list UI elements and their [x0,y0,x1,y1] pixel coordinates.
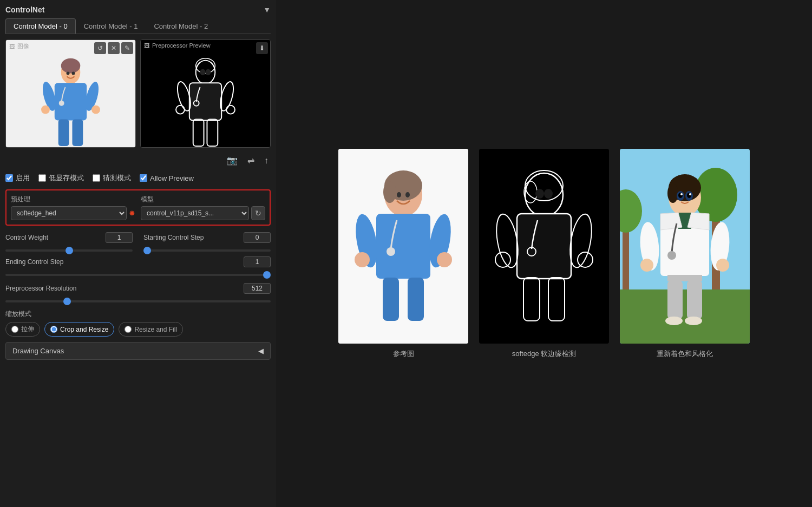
svg-point-17 [176,106,185,114]
enable-checkbox-item[interactable]: 启用 [5,173,30,183]
svg-point-22 [200,69,206,75]
model-refresh-btn[interactable]: ↻ [251,206,265,220]
svg-rect-19 [193,120,204,147]
right-panel: 参考图 [276,0,812,507]
guess-mode-checkbox-item[interactable]: 猜测模式 [93,173,131,183]
enable-label: 启用 [16,173,30,183]
svg-rect-7 [58,120,69,147]
model-section: 预处理 softedge_hed ✸ 模型 control_v11p_sd15_… [5,189,271,226]
svg-point-59 [667,183,678,203]
preprocessor-select[interactable]: softedge_hed [11,206,127,220]
preprocessor-res-label: Preprocessor Resolution [5,285,76,292]
zoom-section: 缩放模式 拉伸 Crop and Resize Resize and Fill [5,310,271,337]
preprocessor-res-value[interactable] [244,283,271,294]
collapse-button[interactable]: ▼ [263,5,271,14]
zoom-resize-fill-radio[interactable] [125,326,132,333]
svg-point-38 [525,173,563,216]
slider-section: Control Weight Starting Control Step En [5,232,271,304]
svg-point-6 [91,106,100,114]
ending-step-row: Ending Control Step [5,256,271,278]
svg-point-71 [667,251,676,260]
zoom-resize-fill-label: Resize and Fill [134,326,177,333]
zoom-resize-fill[interactable]: Resize and Fill [119,322,183,337]
refresh-image-btn[interactable]: ↺ [94,42,106,54]
preprocessor-image-box: 🖼 Preprocessor Preview ⬇ [140,39,271,148]
svg-rect-28 [376,214,430,279]
ending-step-slider[interactable] [5,274,271,276]
preprocessor-star-btn[interactable]: ✸ [129,209,135,218]
svg-point-76 [680,193,683,195]
allow-preview-checkbox[interactable] [140,174,147,182]
left-panel: ControlNet ▼ Control Model - 0 Control M… [0,0,276,507]
control-weight-slider[interactable] [5,249,133,252]
preprocessor-res-header: Preprocessor Resolution [5,283,271,294]
controlnet-title: ControlNet [5,5,44,14]
edit-image-btn[interactable]: ✎ [121,42,133,54]
drawing-canvas-header[interactable]: Drawing Canvas ◀ [5,342,271,360]
control-weight-value[interactable] [106,232,133,243]
input-image-box: 🖼 图像 ↺ ✕ ✎ [5,39,136,148]
svg-point-32 [437,252,452,267]
svg-rect-66 [667,275,702,281]
up-btn[interactable]: ↑ [262,153,271,168]
result-image-0 [338,149,468,344]
model-select[interactable]: control_v11p_sd15_s... [141,206,249,220]
enable-checkbox[interactable] [5,174,13,182]
svg-point-18 [226,106,235,114]
guess-mode-label: 猜测模式 [103,173,131,183]
drawing-canvas-title: Drawing Canvas [12,347,64,355]
allow-preview-checkbox-item[interactable]: Allow Preview [140,174,194,182]
swap-btn[interactable]: ⇌ [245,153,257,168]
download-preprocessor-btn[interactable]: ⬇ [256,42,268,54]
images-row: 🖼 图像 ↺ ✕ ✎ [5,39,271,148]
close-image-btn[interactable]: ✕ [108,42,120,54]
zoom-crop-resize-radio[interactable] [50,326,57,333]
svg-rect-33 [383,278,399,321]
tab-control-model-0[interactable]: Control Model - 0 [5,18,76,34]
svg-point-39 [525,170,563,201]
svg-point-5 [41,106,50,114]
action-row: 📷 ⇌ ↑ [5,153,271,168]
starting-step-slider[interactable] [143,249,271,252]
camera-btn[interactable]: 📷 [225,153,240,168]
drawing-canvas-arrow-icon: ◀ [258,347,264,355]
preprocessor-image-content [141,40,270,147]
model-select-row: control_v11p_sd15_s... ↻ [141,206,265,220]
zoom-stretch-radio[interactable] [11,326,18,333]
zoom-stretch[interactable]: 拉伸 [5,322,40,337]
svg-point-10 [67,71,70,75]
tab-control-model-1[interactable]: Control Model - 1 [76,18,146,34]
svg-point-70 [685,317,702,325]
low-memory-checkbox[interactable] [38,174,46,182]
input-image-controls: ↺ ✕ ✎ [94,42,133,54]
result-images-container: 参考图 [338,149,750,359]
input-image-content [6,40,135,147]
controlnet-header: ControlNet ▼ [5,5,271,14]
control-weight-label: Control Weight [5,234,48,241]
starting-step-value[interactable] [244,232,271,243]
low-memory-checkbox-item[interactable]: 低显存模式 [38,173,84,183]
svg-point-11 [71,71,75,75]
svg-point-69 [665,317,683,325]
svg-rect-46 [523,278,540,321]
drawing-canvas-section: Drawing Canvas ◀ [5,342,271,360]
preprocessor-res-slider[interactable] [5,300,271,302]
ending-step-label: Ending Control Step [5,258,63,266]
result-image-1 [479,149,609,344]
main-layout: ControlNet ▼ Control Model - 0 Control M… [0,0,812,507]
preprocessor-icon: 🖼 [144,42,150,49]
image-icon: 🖼 [9,43,15,50]
result-image-2 [620,149,750,344]
zoom-stretch-label: 拉伸 [21,325,34,334]
control-weight-col: Control Weight [5,232,133,253]
starting-step-header: Starting Control Step [143,232,271,243]
svg-point-64 [640,259,653,272]
guess-mode-checkbox[interactable] [93,174,100,182]
zoom-crop-resize[interactable]: Crop and Resize [44,322,114,337]
ending-step-value[interactable] [244,256,271,267]
tab-control-model-2[interactable]: Control Model - 2 [146,18,216,34]
preprocessor-image-label: 🖼 Preprocessor Preview [144,42,211,49]
svg-point-1 [61,58,81,74]
model-row: 预处理 softedge_hed ✸ 模型 control_v11p_sd15_… [11,195,265,220]
svg-point-40 [524,181,537,203]
